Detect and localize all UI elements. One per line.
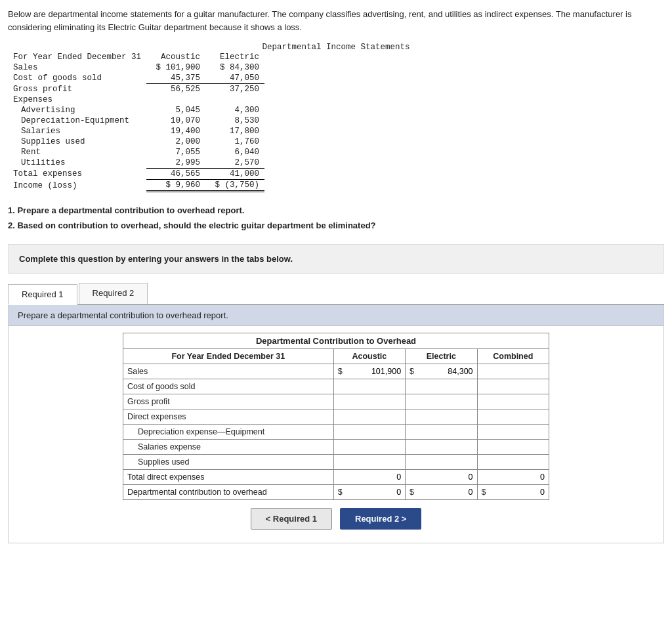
acoustic-dollar-sales: $ — [333, 364, 346, 379]
table-row: Salaries expense — [123, 439, 549, 454]
table-row: Income (loss) $ 9,960 $ (3,750) — [8, 180, 264, 192]
electric-input-total[interactable] — [427, 472, 473, 482]
combined-input-sales[interactable] — [499, 367, 545, 376]
acoustic-val-gross — [346, 394, 406, 409]
row-label-sales: Sales — [123, 364, 334, 379]
acoustic-input-direct[interactable] — [355, 412, 401, 421]
row-label-contribution: Departmental contribution to overhead — [123, 484, 334, 499]
tab-required2[interactable]: Required 2 — [79, 283, 148, 304]
electric-input-supplies[interactable] — [427, 457, 473, 467]
electric-input-depreciation[interactable] — [427, 427, 473, 436]
table-row: Depreciation expense—Equipment — [123, 424, 549, 439]
acoustic-input-sales[interactable] — [355, 367, 401, 376]
combined-val-contrib — [490, 484, 549, 499]
combined-input-gross[interactable] — [499, 397, 545, 406]
income-statement: Departmental Income Statements For Year … — [8, 43, 664, 192]
acoustic-col-header: Acoustic — [146, 52, 205, 62]
prev-button[interactable]: < Required 1 — [251, 508, 332, 530]
row-label-depreciation: Depreciation expense—Equipment — [123, 424, 334, 439]
year-label: For Year Ended December 31 — [8, 52, 146, 62]
complete-box: Complete this question by entering your … — [8, 244, 664, 274]
electric-val-sales — [418, 364, 477, 379]
acoustic-input-gross[interactable] — [355, 397, 401, 406]
electric-input-gross[interactable] — [427, 397, 473, 406]
acoustic-input-supplies[interactable] — [355, 457, 401, 467]
table-row: Gross profit — [123, 394, 549, 409]
combined-dollar-contrib: $ — [477, 484, 490, 499]
combined-input-contrib[interactable] — [499, 488, 545, 497]
electric-val-cogs — [418, 379, 477, 394]
acoustic-input-salaries[interactable] — [355, 442, 401, 451]
table-row: Gross profit 56,525 37,250 — [8, 84, 264, 95]
row-label-salaries: Salaries expense — [123, 439, 334, 454]
tabs-row[interactable]: Required 1 Required 2 — [8, 283, 664, 305]
row-label-gross: Gross profit — [123, 394, 334, 409]
table-row: Cost of goods sold — [123, 379, 549, 394]
nav-buttons: < Required 1 Required 2 > — [15, 508, 657, 536]
contribution-table-wrap: Departmental Contribution to Overhead Fo… — [9, 326, 663, 543]
electric-col-header: Electric — [205, 52, 264, 62]
electric-input-cogs[interactable] — [427, 382, 473, 391]
electric-dollar-contrib: $ — [406, 484, 418, 499]
next-button[interactable]: Required 2 > — [340, 508, 421, 530]
electric-val-contrib — [418, 484, 477, 499]
tab-required1[interactable]: Required 1 — [8, 284, 77, 305]
electric-input-sales[interactable] — [427, 367, 473, 376]
contribution-title: Departmental Contribution to Overhead — [123, 333, 549, 348]
acoustic-dollar-contrib: $ — [333, 484, 346, 499]
for-year-header: For Year Ended December 31 — [123, 348, 334, 364]
combined-input-depreciation[interactable] — [499, 427, 545, 436]
contribution-table: Departmental Contribution to Overhead Fo… — [123, 333, 549, 500]
electric-header: Electric — [406, 348, 477, 364]
acoustic-val-cogs — [346, 379, 406, 394]
combined-input-salaries[interactable] — [499, 442, 545, 451]
questions-section: 1. Prepare a departmental contribution t… — [8, 203, 664, 234]
combined-input-supplies[interactable] — [499, 457, 545, 467]
income-statement-title: Departmental Income Statements — [8, 43, 664, 52]
combined-input-cogs[interactable] — [499, 382, 545, 391]
electric-val-gross — [418, 394, 477, 409]
table-row: Total direct expenses — [123, 469, 549, 484]
acoustic-header: Acoustic — [333, 348, 405, 364]
table-row: Utilities 2,995 2,570 — [8, 157, 264, 169]
table-row: Sales $ $ — [123, 364, 549, 379]
acoustic-val-sales — [346, 364, 406, 379]
electric-input-direct[interactable] — [427, 412, 473, 421]
table-row: Advertising 5,045 4,300 — [8, 105, 264, 115]
row-label-cogs: Cost of goods sold — [123, 379, 334, 394]
intro-text: Below are departmental income statements… — [8, 8, 664, 33]
table-row: Expenses — [8, 94, 264, 105]
tab-content: Prepare a departmental contribution to o… — [8, 305, 664, 543]
combined-dollar-sales — [477, 364, 490, 379]
table-row: Rent 7,055 6,040 — [8, 147, 264, 157]
acoustic-input-depreciation[interactable] — [355, 427, 401, 436]
row-label-total-direct: Total direct expenses — [123, 469, 334, 484]
combined-input-direct[interactable] — [499, 412, 545, 421]
acoustic-input-total[interactable] — [355, 472, 401, 482]
combined-val-cogs — [490, 379, 549, 394]
electric-input-salaries[interactable] — [427, 442, 473, 451]
electric-input-contrib[interactable] — [427, 488, 473, 497]
table-row: Departmental contribution to overhead $ … — [123, 484, 549, 499]
combined-val-sales — [490, 364, 549, 379]
combined-header: Combined — [477, 348, 549, 364]
table-row: Supplies used — [123, 454, 549, 469]
combined-input-total[interactable] — [499, 472, 545, 482]
question-2: 2. Based on contribution to overhead, sh… — [8, 218, 664, 233]
acoustic-input-cogs[interactable] — [355, 382, 401, 391]
table-row: Depreciation-Equipment 10,070 8,530 — [8, 115, 264, 126]
table-row: Salaries 19,400 17,800 — [8, 126, 264, 136]
acoustic-input-contrib[interactable] — [355, 488, 401, 497]
acoustic-val-contrib — [346, 484, 406, 499]
row-label-supplies: Supplies used — [123, 454, 334, 469]
table-row: Supplies used 2,000 1,760 — [8, 136, 264, 147]
combined-val-gross — [490, 394, 549, 409]
table-row: Direct expenses — [123, 409, 549, 424]
table-row: Total expenses 46,565 41,000 — [8, 169, 264, 180]
electric-dollar-sales: $ — [406, 364, 418, 379]
table-row: Sales $ 101,900 $ 84,300 — [8, 62, 264, 73]
question-1: 1. Prepare a departmental contribution t… — [8, 203, 664, 218]
table-row: Cost of goods sold 45,375 47,050 — [8, 73, 264, 84]
row-label-direct: Direct expenses — [123, 409, 334, 424]
prepare-label: Prepare a departmental contribution to o… — [9, 305, 663, 326]
